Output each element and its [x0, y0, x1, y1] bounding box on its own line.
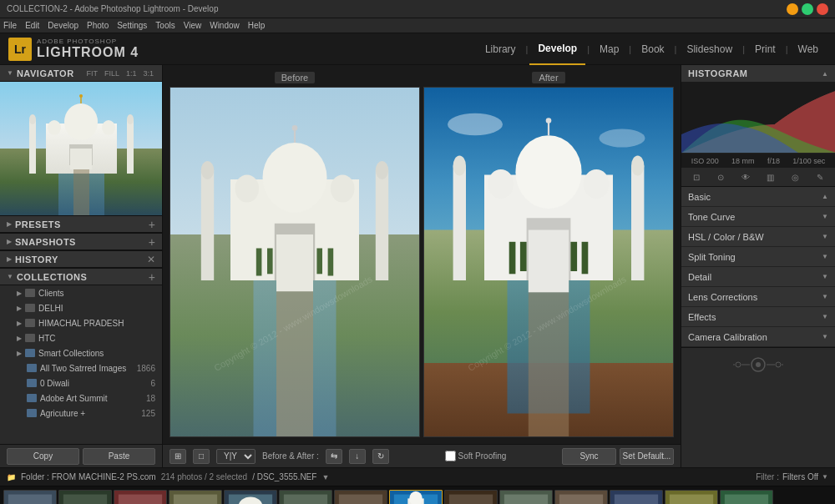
collection-smart[interactable]: ▶ Smart Collections	[0, 345, 162, 360]
film-thumb-11[interactable]	[554, 490, 608, 505]
minimize-button[interactable]	[787, 3, 798, 15]
rotate-button[interactable]: ↻	[372, 449, 389, 464]
film-thumb-12[interactable]	[610, 490, 663, 505]
menu-photo[interactable]: Photo	[87, 21, 109, 30]
nav-web[interactable]: Web	[790, 33, 827, 65]
zoom-3to1[interactable]: 3:1	[141, 69, 155, 78]
swap-button[interactable]: ⇆	[326, 449, 342, 464]
presets-header[interactable]: ▶ Presets +	[0, 216, 162, 233]
loupe-view-button[interactable]: □	[193, 449, 210, 464]
nav-map[interactable]: Map	[591, 33, 627, 65]
snapshots-title: Snapshots	[15, 237, 76, 247]
before-after-label: Before & After :	[262, 451, 319, 461]
adobe-label: ADOBE PHOTOSHOP	[37, 38, 139, 45]
menu-edit[interactable]: Edit	[25, 21, 39, 30]
histogram-tools: ⊡ ⊙ 👁 ▥ ◎ ✎	[681, 168, 835, 186]
copy-before-button[interactable]: ↓	[349, 449, 366, 464]
snapshots-add-button[interactable]: +	[149, 235, 155, 249]
collection-himachal[interactable]: ▶ HIMACHAL PRADESH	[0, 315, 162, 330]
spot-removal-icon[interactable]: ⊙	[717, 173, 724, 182]
svg-rect-25	[201, 170, 214, 280]
history-header[interactable]: ▶ History ✕	[0, 251, 162, 268]
close-button[interactable]	[817, 3, 828, 15]
graduated-filter-icon[interactable]: ▥	[767, 173, 774, 182]
exif-aperture: f/18	[767, 157, 780, 165]
nav-develop[interactable]: Develop	[529, 33, 585, 65]
radial-filter-icon[interactable]: ◎	[792, 173, 799, 182]
film-thumb-1[interactable]	[3, 490, 57, 505]
adjustment-brush-icon[interactable]: ✎	[817, 173, 823, 182]
sync-button[interactable]: Sync	[562, 448, 616, 465]
film-thumb-10[interactable]	[499, 490, 553, 505]
collection-clients[interactable]: ▶ Clients	[0, 285, 162, 300]
filter-dropdown[interactable]: ▼	[822, 473, 828, 481]
film-thumb-13[interactable]	[665, 490, 718, 505]
svg-rect-85	[339, 494, 382, 504]
film-thumb-6[interactable]	[279, 490, 332, 505]
set-default-button[interactable]: Set Default...	[620, 448, 674, 465]
menu-settings[interactable]: Settings	[117, 21, 147, 30]
svg-point-40	[600, 129, 645, 148]
svg-rect-75	[119, 494, 162, 504]
grid-view-button[interactable]: ⊞	[170, 449, 186, 464]
presets-triangle: ▶	[7, 220, 12, 228]
filter-label: Filter :	[756, 472, 779, 481]
snapshots-header[interactable]: ▶ Snapshots +	[0, 234, 162, 250]
menu-window[interactable]: Window	[210, 21, 240, 30]
nav-print[interactable]: Print	[746, 33, 784, 65]
svg-rect-92	[449, 494, 493, 504]
history-close-button[interactable]: ✕	[147, 254, 155, 265]
red-eye-icon[interactable]: 👁	[741, 173, 750, 182]
collection-agriculture[interactable]: Agricuture + 125	[0, 406, 162, 421]
detail-panel-item[interactable]: Detail ▼	[681, 267, 835, 287]
crop-icon[interactable]: ⊡	[693, 173, 700, 182]
menu-tools[interactable]: Tools	[155, 21, 175, 30]
before-photo: Copyright © 2012 - www.windowsdownloads	[170, 88, 419, 436]
film-thumb-7[interactable]	[334, 490, 387, 505]
soft-proofing-checkbox[interactable]	[445, 451, 456, 461]
collection-diwali[interactable]: 0 Diwali 6	[0, 375, 162, 391]
film-thumb-3[interactable]	[114, 490, 167, 505]
zoom-fill[interactable]: FILL	[103, 69, 121, 78]
film-thumb-4[interactable]	[169, 490, 222, 505]
copy-button[interactable]: Copy	[7, 448, 79, 465]
collection-two-starred[interactable]: All Two Satrred Images 1866	[0, 360, 162, 375]
basic-panel-item[interactable]: Basic ▲	[681, 187, 835, 207]
nav-library[interactable]: Library	[477, 33, 524, 65]
film-thumb-5[interactable]	[224, 490, 277, 505]
effects-panel-item[interactable]: Effects ▼	[681, 307, 835, 327]
window-controls[interactable]	[787, 3, 828, 15]
maximize-button[interactable]	[802, 3, 813, 15]
collection-delhi[interactable]: ▶ DELHI	[0, 300, 162, 315]
nav-book[interactable]: Book	[633, 33, 672, 65]
presets-add-button[interactable]: +	[149, 218, 155, 231]
navigator-header[interactable]: ▼ Navigator FIT FILL 1:1 3:1	[0, 65, 162, 82]
collection-adobe-art[interactable]: Adobe Art Summit 18	[0, 391, 162, 406]
title-text: COLLECTION-2 - Adobe Photoshop Lightroom…	[7, 4, 218, 13]
filmstrip-dropdown-arrow[interactable]: ▼	[321, 473, 329, 481]
svg-point-32	[292, 125, 298, 131]
lens-corrections-panel-item[interactable]: Lens Corrections ▼	[681, 287, 835, 307]
camera-calibration-panel-item[interactable]: Camera Calibration ▼	[681, 327, 835, 347]
split-toning-panel-item[interactable]: Split Toning ▼	[681, 247, 835, 267]
view-mode-select[interactable]: Y|Y Y/Y	[216, 449, 256, 464]
tone-curve-panel-item[interactable]: Tone Curve ▼	[681, 207, 835, 227]
menu-view[interactable]: View	[184, 21, 202, 30]
menu-help[interactable]: Help	[248, 21, 266, 30]
soft-proofing-check[interactable]: Soft Proofing	[445, 451, 507, 461]
paste-button[interactable]: Paste	[83, 448, 155, 465]
logo-text: ADOBE PHOTOSHOP LIGHTROOM 4	[37, 38, 139, 60]
collections-header[interactable]: ▼ Collections +	[0, 269, 162, 285]
film-thumb-2[interactable]	[58, 490, 112, 505]
film-thumb-9[interactable]	[444, 490, 498, 505]
zoom-fit[interactable]: FIT	[84, 69, 99, 78]
collection-htc[interactable]: ▶ HTC	[0, 330, 162, 345]
hsl-panel-item[interactable]: HSL / Color / B&W ▼	[681, 227, 835, 247]
film-thumb-active[interactable]	[389, 490, 443, 505]
zoom-1to1[interactable]: 1:1	[124, 69, 139, 78]
menu-file[interactable]: File	[3, 21, 17, 30]
collections-add-button[interactable]: +	[149, 270, 155, 284]
film-thumb-14[interactable]	[720, 490, 773, 505]
nav-slideshow[interactable]: Slideshow	[678, 33, 741, 65]
menu-develop[interactable]: Develop	[48, 21, 78, 30]
